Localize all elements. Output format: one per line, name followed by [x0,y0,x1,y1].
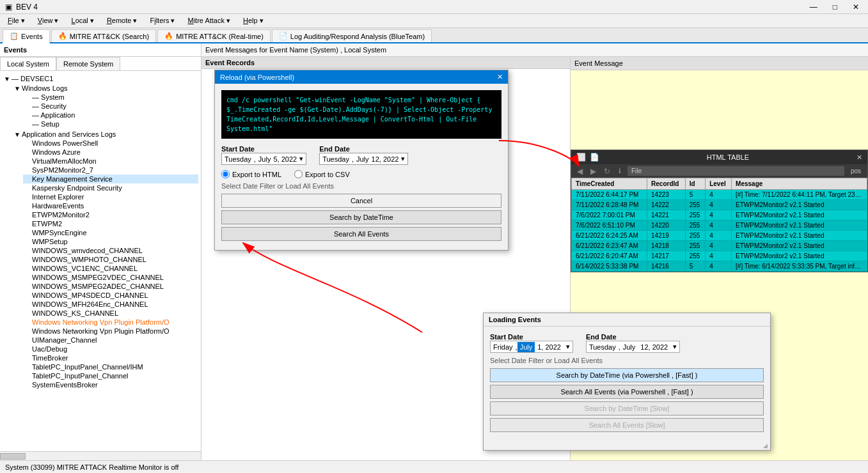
tree-application[interactable]: — Application [23,111,198,120]
tree-wvpn2[interactable]: Windows Networking Vpn Plugin Platform/O [23,327,198,336]
dialog-reload-close[interactable]: ✕ [497,73,503,81]
search-all-button[interactable]: Search All Events [221,227,501,241]
table-row[interactable]: 7/6/2022 6:51:10 PM 14220 255 4 ETWPM2Mo… [572,221,867,231]
tree-wvc1[interactable]: WINDOWS_VC1ENC_CHANNEL [23,264,198,273]
tree-etwpm2m[interactable]: ETWPM2Monitor2 [23,210,198,219]
left-panel-scrollbar-h[interactable] [0,451,201,460]
refresh-button[interactable]: ↻ [602,167,612,176]
loading-end-group: End Date Tuesday , July 12, 2022 ▾ [586,333,680,353]
tab-mitre-realtime[interactable]: 🔥 MITRE ATT&CK (Real-time) [157,29,271,42]
table-row[interactable]: 6/21/2022 6:23:47 AM 14218 255 4 ETWPM2M… [572,241,867,251]
tree-wmsmpeg2a[interactable]: WINDOWS_MSMPEG2ADEC_CHANNEL [23,282,198,291]
tree-kms[interactable]: Key Management Service [23,174,198,183]
tree-wmfh[interactable]: WINDOWS_MFH264Enc_CHANNEL [23,300,198,309]
radio-csv-input[interactable] [294,170,303,178]
radio-html-input[interactable] [221,170,230,178]
search-datetime-button[interactable]: Search by DateTime [221,210,501,224]
cell-time: 6/14/2022 5:33:38 PM [572,261,647,272]
tab-log-audit[interactable]: 📄 Log Auditing/Respond Analysis (BlueTea… [272,29,432,42]
tree-wmps[interactable]: WMPSetup [23,237,198,246]
tree-root-label[interactable]: ▼ — DEVSEC1 [3,74,198,83]
table-row[interactable]: 7/6/2022 7:00:01 PM 14221 255 4 ETWPM2Mo… [572,210,867,221]
start-date-group: Start Date Tuesday , July 5, 2022 ▾ [221,145,306,165]
scroll-thumb-h[interactable] [0,453,26,460]
tab-mitre-search[interactable]: 🔥 MITRE ATT&CK (Search) [51,29,156,42]
menu-bar: File ▾ View ▾ Local ▾ Remote ▾ Filters ▾… [0,14,868,28]
end-date-group: End Date Tuesday , July 12, 2022 ▾ [319,145,408,165]
tree-wks[interactable]: WINDOWS_KS_CHANNEL [23,309,198,318]
tree-wmp4s[interactable]: WINDOWS_MP4SDECD_CHANNEL [23,291,198,300]
close-button[interactable]: ✕ [849,3,863,12]
menu-view[interactable]: View ▾ [33,15,64,26]
tree-vmem[interactable]: VirtualMemAllocMon [23,157,198,166]
tree-winlogs-label[interactable]: ▼ Windows Logs [13,84,198,93]
loading-start-date[interactable]: Friday , July 1, 2022 ▾ [490,341,573,353]
loading-start-picker-icon[interactable]: ▾ [564,341,572,352]
tree-system[interactable]: — System [23,93,198,102]
loading-end-date[interactable]: Tuesday , July 12, 2022 ▾ [586,341,680,353]
tree-wvpn1[interactable]: Windows Networking Vpn Plugin Platform/O [23,318,198,327]
cell-time: 7/6/2022 6:51:10 PM [572,221,647,231]
tree-wmpse[interactable]: WMPSyncEngine [23,228,198,237]
forward-button[interactable]: ▶ [588,167,598,176]
tree-wwmphoto[interactable]: WINDOWS_WMPHOTO_CHANNEL [23,255,198,264]
table-row[interactable]: 7/11/2022 6:44:17 PM 14223 5 4 [#] Time:… [572,190,867,200]
tree-security[interactable]: — Security [23,102,198,111]
status-text: System (33099) MITRE ATTACK Realtime Mon… [5,463,178,471]
col-recordid: RecordId [647,178,686,190]
end-date-picker-icon[interactable]: ▾ [401,155,405,163]
tab-log-audit-label: Log Auditing/Respond Analysis (BlueTeam) [290,33,425,40]
maximize-button[interactable]: □ [829,3,841,12]
tree-syspm[interactable]: SysPM2Monitor2_7 [23,166,198,174]
table-row[interactable]: 7/11/2022 6:28:48 PM 14222 255 4 ETWPM2M… [572,200,867,210]
tree-wmsmpeg2v[interactable]: WINDOWS_MSMPEG2VDEC_CHANNEL [23,273,198,282]
end-day: Tuesday [322,155,349,163]
resize-handle[interactable]: ◢ [484,441,770,450]
tree-wps[interactable]: Windows PowerShell [23,139,198,148]
tab-remote-system[interactable]: Remote System [56,57,120,70]
tree-appsvc-label[interactable]: ▼ Application and Services Logs [13,130,198,139]
tree-seb[interactable]: SystemEventsBroker [23,380,198,389]
tree-ie[interactable]: Internet Explorer [23,192,198,201]
tree-uac[interactable]: Uac/Debug [23,345,198,353]
menu-filters[interactable]: Filters ▾ [145,15,180,26]
radio-export-csv[interactable]: Export to CSV [294,170,350,178]
html-table-close-btn[interactable]: ✕ [856,153,862,162]
menu-local[interactable]: Local ▾ [67,15,99,26]
start-date-val: 5, 2022 [273,155,297,163]
tree-time[interactable]: TimeBroker [23,353,198,362]
end-month: July [356,155,369,163]
loading-search-fast-button[interactable]: Search by DateTime (via Powershell , [Fa… [490,368,764,382]
cell-recordid: 14216 [647,261,686,272]
tree-node-appsvc: ▼ Application and Services Logs Windows … [13,129,198,390]
tree-azure[interactable]: Windows Azure [23,148,198,157]
tree-tpip[interactable]: TabletPC_InputPanel_Channel/IHM [23,362,198,371]
tree-wvmvdec[interactable]: WINDOWS_wmvdecod_CHANNEL [23,246,198,255]
menu-remote[interactable]: Remote ▾ [102,15,143,26]
end-date-input[interactable]: Tuesday , July 12, 2022 ▾ [319,153,408,165]
tree-hw[interactable]: HardwareEvents [23,201,198,210]
date-picker-icon[interactable]: ▾ [299,155,303,163]
menu-mitre[interactable]: Mitre Attack ▾ [183,15,236,26]
minimize-button[interactable]: — [806,3,821,12]
loading-end-picker-icon[interactable]: ▾ [670,341,679,352]
start-date-input[interactable]: Tuesday , July 5, 2022 ▾ [221,153,306,165]
tab-events[interactable]: 📋 Events [3,29,50,43]
radio-row: Export to HTML Export to CSV [221,170,501,178]
tree-etwpm2[interactable]: ETWPM2 [23,219,198,228]
cancel-button[interactable]: Cancel [221,194,501,208]
tab-local-system[interactable]: Local System [0,57,56,70]
table-row[interactable]: 6/14/2022 5:33:38 PM 14216 5 4 [#] Time:… [572,261,867,272]
tree-tpic[interactable]: TabletPC_InputPanel_Channel [23,371,198,380]
table-row[interactable]: 6/21/2022 6:24:25 AM 14219 255 4 ETWPM2M… [572,231,867,241]
url-display[interactable]: File [627,166,844,176]
menu-file[interactable]: File ▾ [3,15,30,26]
radio-export-html[interactable]: Export to HTML [221,170,281,178]
tree-kes[interactable]: Kaspersky Endpoint Security [23,183,198,192]
loading-search-all-fast-button[interactable]: Search All Events (via Powershell , [Fas… [490,385,764,399]
back-button[interactable]: ◀ [575,167,585,176]
tree-uimgr[interactable]: UIManager_Channel [23,336,198,345]
tree-setup[interactable]: — Setup [23,120,198,128]
menu-help[interactable]: Help ▾ [238,15,269,26]
table-row[interactable]: 6/21/2022 6:20:47 AM 14217 255 4 ETWPM2M… [572,251,867,261]
